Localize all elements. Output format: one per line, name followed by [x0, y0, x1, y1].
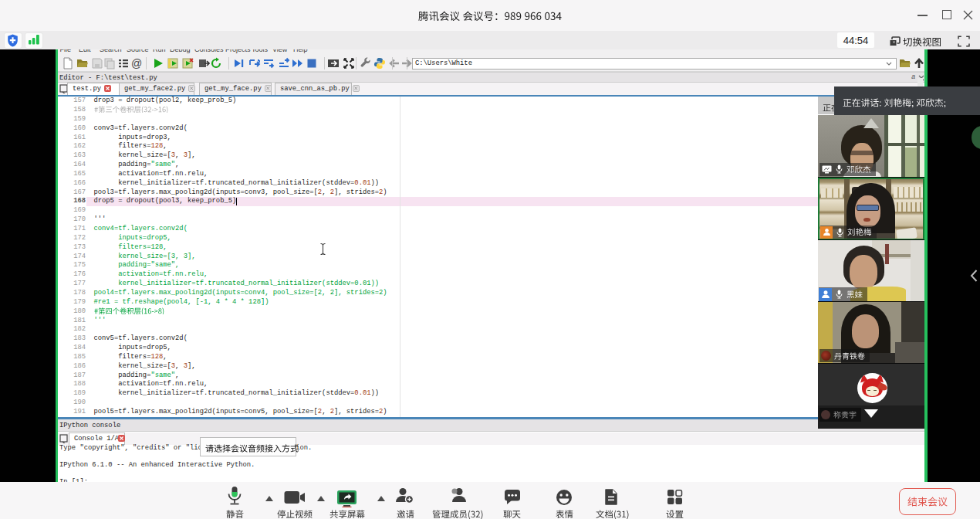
svg-text:@: @ — [131, 57, 142, 70]
